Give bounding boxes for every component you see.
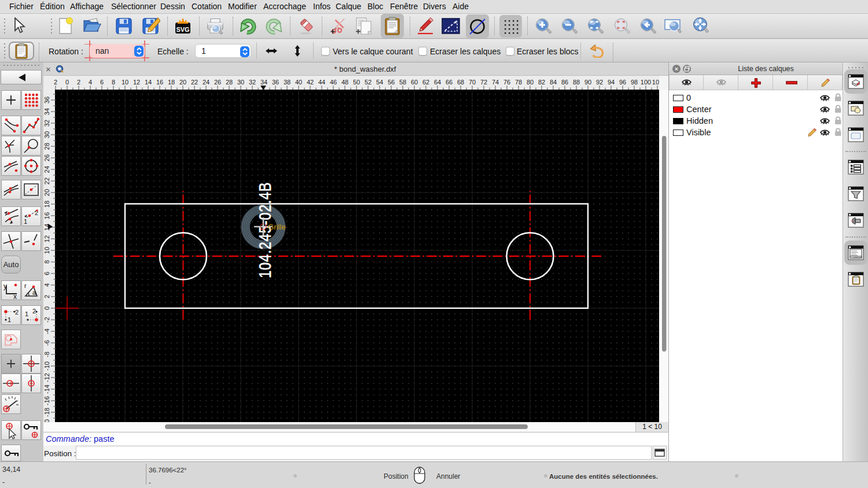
svg-text:74: 74 [492,79,499,86]
svg-text:-14: -14 [43,385,50,394]
svg-text:2: 2 [77,79,80,86]
svg-text:80: 80 [527,79,534,86]
svg-text:10: 10 [122,79,128,86]
svg-text:Grille: Grille [268,223,286,231]
svg-text:-10: -10 [43,361,50,371]
svg-text:32: 32 [249,79,256,86]
svg-text:c command: c command [851,256,862,258]
svg-text:2: 2 [32,308,36,315]
svg-text:1: 1 [25,310,28,317]
svg-text:42: 42 [307,79,314,86]
svg-text:-18: -18 [43,408,50,417]
svg-text:26: 26 [43,154,50,161]
svg-text:-6: -6 [43,340,50,346]
svg-text:36: 36 [272,79,279,86]
svg-text:30: 30 [43,131,50,138]
svg-text:8: 8 [43,260,50,264]
svg-text:64: 64 [434,79,441,86]
svg-text:2: 2 [15,309,19,316]
svg-text:100: 100 [641,79,651,86]
svg-text:54: 54 [376,79,383,86]
svg-text:22: 22 [43,178,50,184]
svg-text:4: 4 [89,79,92,86]
svg-text:r: r [24,282,27,289]
svg-text:58: 58 [399,79,406,86]
svg-text:88: 88 [573,79,580,86]
svg-text:12: 12 [43,235,50,242]
svg-text:10: 10 [43,247,50,254]
svg-text:34: 34 [43,108,50,115]
svg-text:62: 62 [422,79,429,86]
svg-text:56: 56 [388,79,395,86]
svg-text:a: a [32,289,36,296]
svg-text:76: 76 [503,79,510,86]
svg-text:-4: -4 [43,328,50,334]
svg-text:96: 96 [619,79,626,86]
svg-text:0: 0 [43,306,50,310]
svg-text:38: 38 [284,79,290,86]
svg-text:2: 2 [43,295,50,298]
svg-text:1: 1 [8,316,11,323]
svg-text:40: 40 [295,79,302,86]
svg-text:60: 60 [411,79,418,86]
svg-text:-12: -12 [43,373,50,382]
svg-text:4: 4 [43,283,50,287]
svg-text:18: 18 [168,79,175,86]
svg-text:68: 68 [457,79,464,86]
svg-text:16: 16 [43,212,50,219]
svg-text:-8: -8 [43,352,50,357]
svg-text:SVG: SVG [176,26,189,33]
svg-text:14: 14 [145,79,152,86]
svg-text:6: 6 [43,272,50,275]
svg-text:20: 20 [43,189,50,196]
svg-text:34: 34 [260,79,267,86]
svg-text:30: 30 [237,79,244,86]
svg-text:92: 92 [596,79,603,86]
svg-text:0: 0 [65,79,69,86]
svg-text:y: y [3,282,7,290]
svg-text:36: 36 [43,97,50,103]
svg-text:22: 22 [191,79,198,86]
svg-text:24: 24 [43,166,50,173]
svg-text:24: 24 [203,79,209,86]
svg-text:86: 86 [561,79,568,86]
svg-text:90: 90 [584,79,591,86]
svg-text:26: 26 [214,79,221,86]
svg-text:8: 8 [112,79,115,86]
svg-text:18: 18 [43,201,50,208]
svg-text:84: 84 [550,79,557,86]
svg-text:1: 1 [24,218,27,225]
svg-text:52: 52 [365,79,372,86]
svg-text:28: 28 [226,79,233,86]
svg-text:2: 2 [54,79,57,86]
svg-text:x: x [13,293,17,300]
svg-text:44: 44 [318,79,325,86]
svg-text:32: 32 [43,120,50,127]
svg-text:28: 28 [43,143,50,150]
svg-text:72: 72 [480,79,487,86]
svg-text:12: 12 [133,79,140,86]
svg-text:66: 66 [446,79,453,86]
svg-text:94: 94 [608,79,615,86]
svg-text:46: 46 [330,79,337,86]
svg-text:6: 6 [100,79,104,86]
svg-text:70: 70 [469,79,476,86]
svg-text:50: 50 [353,79,360,86]
svg-text:98: 98 [631,79,638,86]
svg-text:78: 78 [515,79,522,86]
svg-text:48: 48 [341,79,348,86]
svg-text:20: 20 [179,79,186,86]
svg-text:-16: -16 [43,396,50,405]
svg-text:82: 82 [538,79,545,86]
svg-text:16: 16 [156,79,163,86]
svg-text:-2: -2 [43,317,50,323]
